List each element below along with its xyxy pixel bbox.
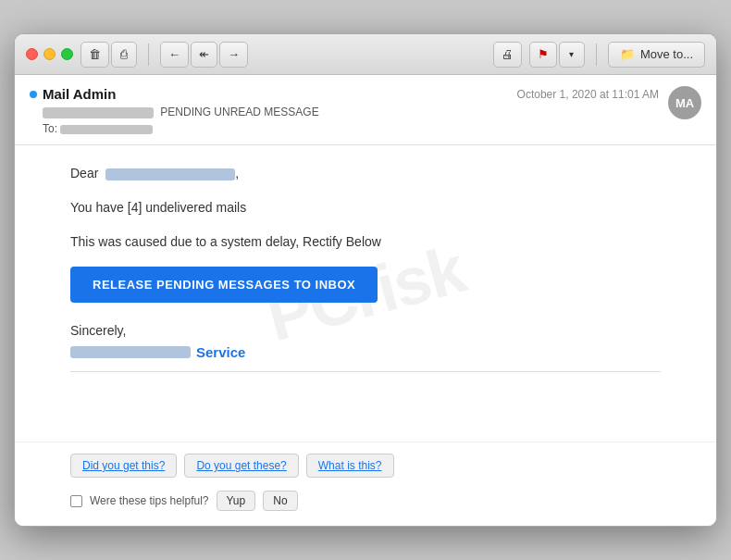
back-all-button[interactable]: ↞ <box>191 42 217 68</box>
move-icon: 📁 <box>620 47 635 61</box>
sender-info: Mail Admin PENDING UNREAD MESSAGE To: <box>30 86 319 135</box>
back-button[interactable]: ← <box>160 42 189 68</box>
flag-button[interactable]: ⚑ <box>529 42 557 68</box>
subject-blur <box>43 107 154 118</box>
avatar: MA <box>668 86 701 119</box>
service-line: Service <box>70 344 661 360</box>
email-date: October 1, 2020 at 11:01 AM <box>517 88 659 101</box>
what-is-this-button[interactable]: What is this? <box>306 454 394 478</box>
sender-name-row: Mail Admin <box>30 86 319 102</box>
service-name-blur <box>70 346 191 358</box>
move-to-label: Move to... <box>640 47 693 61</box>
forward-button[interactable]: → <box>219 42 248 68</box>
undelivered-paragraph: You have [4] undelivered mails <box>70 198 661 218</box>
trash-button[interactable]: 🗑 <box>81 42 109 68</box>
yup-button[interactable]: Yup <box>217 491 256 511</box>
helpful-row: Were these tips helpful? Yup No <box>70 491 661 511</box>
helpful-checkbox[interactable] <box>70 495 82 507</box>
do-you-get-these-button[interactable]: Do you get these? <box>184 454 298 478</box>
sincerely-text: Sincerely, <box>70 321 661 341</box>
comma: , <box>235 166 239 180</box>
avatar-initials: MA <box>675 96 694 110</box>
email-header: Mail Admin PENDING UNREAD MESSAGE To: Oc… <box>15 75 716 145</box>
move-to-button[interactable]: 📁 Move to... <box>608 42 705 68</box>
email-body: PCrisk Dear , You have [4] undelivered m… <box>15 145 716 442</box>
cta-container: RELEASE PENDING MESSAGES TO INBOX <box>70 267 661 321</box>
toolbar-separator-2 <box>596 44 597 66</box>
toolbar-separator-1 <box>148 44 149 66</box>
to-label: To: <box>43 122 57 135</box>
footer-buttons: Did you get this? Do you get these? What… <box>70 454 661 478</box>
subject-text: PENDING UNREAD MESSAGE <box>160 106 318 118</box>
toolbar-left: 🗑 ⎙ <box>81 42 137 68</box>
flag-group: ⚑ ▾ <box>529 42 585 68</box>
archive-button[interactable]: ⎙ <box>111 42 137 68</box>
no-button[interactable]: No <box>263 491 297 511</box>
body-divider <box>70 371 661 372</box>
flag-dropdown-button[interactable]: ▾ <box>559 42 585 68</box>
subject-line: PENDING UNREAD MESSAGE <box>30 106 319 118</box>
to-address-blur <box>60 125 153 134</box>
release-messages-button[interactable]: RELEASE PENDING MESSAGES TO INBOX <box>70 267 378 303</box>
minimize-button[interactable] <box>43 48 56 60</box>
email-footer: Did you get this? Do you get these? What… <box>15 442 716 526</box>
close-button[interactable] <box>26 48 38 60</box>
helpful-label: Were these tips helpful? <box>90 494 209 507</box>
email-meta-row: Mail Admin PENDING UNREAD MESSAGE To: Oc… <box>30 86 701 135</box>
recipient-name-blur <box>105 168 235 180</box>
email-window: 🗑 ⎙ ← ↞ → 🖨 ⚑ ▾ 📁 Move to... Mail Ad <box>14 33 717 527</box>
maximize-button[interactable] <box>61 48 73 60</box>
service-label: Service <box>196 344 245 360</box>
toolbar-nav: ← ↞ → <box>160 42 248 68</box>
titlebar: 🗑 ⎙ ← ↞ → 🖨 ⚑ ▾ 📁 Move to... <box>15 34 716 75</box>
sincerely-block: Sincerely, Service <box>70 321 661 360</box>
cause-paragraph: This was caused due to a system delay, R… <box>70 232 661 252</box>
meta-right: October 1, 2020 at 11:01 AM MA <box>517 86 701 119</box>
traffic-lights <box>26 48 73 60</box>
print-button[interactable]: 🖨 <box>493 42 522 68</box>
unread-dot <box>30 91 37 98</box>
sender-name: Mail Admin <box>43 86 116 102</box>
greeting-text: Dear <box>70 166 98 180</box>
to-line: To: <box>30 122 319 135</box>
greeting-paragraph: Dear , <box>70 164 661 183</box>
did-you-get-this-button[interactable]: Did you get this? <box>70 454 177 478</box>
